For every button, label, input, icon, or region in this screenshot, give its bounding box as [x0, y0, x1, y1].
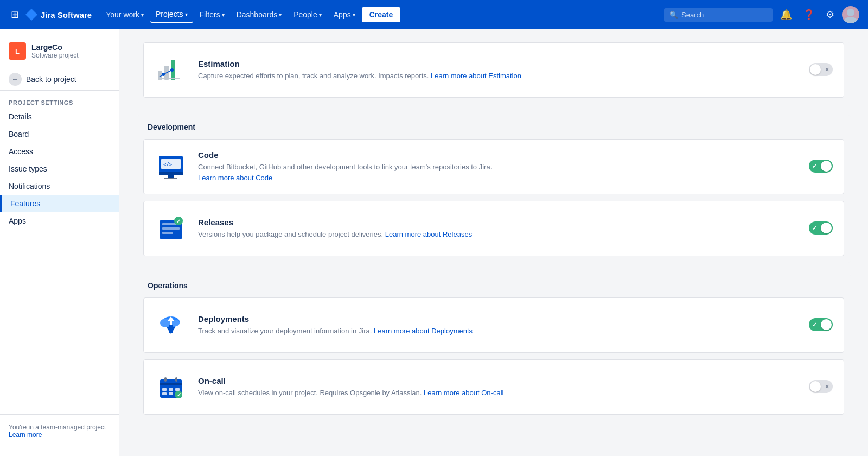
- back-icon: ←: [9, 73, 22, 86]
- svg-rect-19: [162, 232, 173, 234]
- svg-rect-31: [162, 388, 167, 391]
- oncall-toggle[interactable]: [809, 380, 833, 393]
- settings-icon[interactable]: ⚙: [822, 5, 838, 24]
- back-to-project[interactable]: ← Back to project: [0, 68, 119, 91]
- svg-rect-39: [175, 377, 177, 382]
- svg-rect-35: [169, 392, 173, 395]
- main-content: Estimation Capture expected efforts to p…: [119, 29, 868, 456]
- estimation-title: Estimation: [198, 59, 798, 68]
- code-toggle[interactable]: [809, 160, 833, 173]
- project-type: Software project: [31, 52, 79, 59]
- nav-dashboards[interactable]: Dashboards ▾: [231, 7, 288, 22]
- svg-rect-11: [159, 172, 183, 175]
- svg-point-0: [847, 9, 854, 16]
- toggle-knob: [810, 381, 821, 392]
- topnav-nav: Your work ▾ Projects ▾ Filters ▾ Dashboa…: [100, 7, 660, 23]
- svg-rect-38: [164, 377, 167, 382]
- search-icon: 🔍: [669, 11, 678, 19]
- toggle-knob: [821, 223, 832, 233]
- chevron-down-icon: ▾: [319, 12, 322, 18]
- search-box[interactable]: 🔍 Search: [664, 8, 773, 22]
- code-toggle-wrap: [809, 160, 833, 174]
- chevron-down-icon: ▾: [279, 12, 282, 18]
- feature-card-code: </> Code Connect Bitbucket, GitHub and o…: [143, 139, 844, 194]
- code-icon: </>: [155, 150, 187, 183]
- releases-icon: ✓: [155, 212, 187, 245]
- code-text: Code Connect Bitbucket, GitHub and other…: [198, 150, 798, 183]
- app-layout: L LargeCo Software project ← Back to pro…: [0, 29, 868, 456]
- estimation-text: Estimation Capture expected efforts to p…: [198, 59, 798, 81]
- sidebar-item-board[interactable]: Board: [0, 125, 119, 143]
- estimation-icon: [155, 54, 187, 86]
- nav-people[interactable]: People ▾: [288, 7, 327, 22]
- sidebar-section-title: Project settings: [0, 95, 119, 108]
- chevron-down-icon: ▾: [141, 12, 144, 18]
- sidebar-item-issue-types[interactable]: Issue types: [0, 160, 119, 178]
- jira-logo[interactable]: Jira Software: [25, 9, 92, 21]
- toggle-knob: [821, 161, 832, 172]
- svg-rect-32: [169, 388, 173, 391]
- oncall-toggle-wrap: [809, 380, 833, 395]
- nav-your-work[interactable]: Your work ▾: [100, 7, 149, 22]
- nav-projects[interactable]: Projects ▾: [150, 7, 193, 23]
- help-icon[interactable]: ❓: [800, 5, 818, 24]
- oncall-learn-more[interactable]: Learn more about On-call: [424, 389, 503, 397]
- svg-rect-18: [162, 227, 180, 230]
- development-header: Development: [137, 115, 851, 139]
- svg-text:✓: ✓: [177, 392, 181, 398]
- releases-learn-more[interactable]: Learn more about Releases: [385, 230, 472, 238]
- code-desc: Connect Bitbucket, GitHub and other deve…: [198, 162, 798, 183]
- nav-filters[interactable]: Filters ▾: [194, 7, 230, 22]
- create-button[interactable]: Create: [362, 7, 401, 22]
- topnav-right: 🔍 Search 🔔 ❓ ⚙: [664, 5, 859, 24]
- sidebar: L LargeCo Software project ← Back to pro…: [0, 29, 119, 456]
- code-title: Code: [198, 150, 798, 160]
- oncall-text: On-call View on-call schedules in your p…: [198, 376, 798, 398]
- feature-card-estimation: Estimation Capture expected efforts to p…: [143, 42, 844, 98]
- nav-apps[interactable]: Apps ▾: [328, 7, 361, 22]
- feature-card-releases: ✓ Releases Versions help you package and…: [143, 201, 844, 256]
- top-navigation: ⊞ Jira Software Your work ▾ Projects ▾ F…: [0, 0, 868, 29]
- grid-icon[interactable]: ⊞: [9, 7, 21, 23]
- svg-rect-26: [169, 325, 173, 333]
- project-icon: L: [9, 42, 26, 60]
- deployments-toggle[interactable]: [809, 318, 833, 331]
- releases-toggle[interactable]: [809, 221, 833, 235]
- svg-rect-34: [162, 392, 167, 395]
- oncall-icon: ✓: [155, 371, 187, 403]
- user-avatar[interactable]: [842, 6, 859, 23]
- sidebar-item-apps[interactable]: Apps: [0, 212, 119, 230]
- svg-text:</>: </>: [163, 162, 173, 167]
- oncall-desc: View on-call schedules in your project. …: [198, 388, 798, 398]
- estimation-learn-more[interactable]: Learn more about Estimation: [431, 72, 521, 80]
- sidebar-footer: You're in a team-managed project Learn m…: [0, 414, 119, 447]
- svg-rect-13: [164, 178, 177, 179]
- sidebar-project: L LargeCo Software project: [0, 38, 119, 68]
- feature-card-oncall: ✓ On-call View on-call schedules in your…: [143, 359, 844, 415]
- toggle-knob: [810, 64, 821, 75]
- toggle-knob: [821, 319, 832, 330]
- deployments-toggle-wrap: [809, 318, 833, 333]
- code-learn-more[interactable]: Learn more about Code: [198, 174, 272, 182]
- estimation-toggle[interactable]: [809, 63, 833, 76]
- estimation-desc: Capture expected efforts to plan, track …: [198, 71, 798, 81]
- deployments-text: Deployments Track and visualize your dep…: [198, 314, 798, 337]
- section-development: Development </> Code Connect Bitb: [137, 115, 851, 263]
- releases-desc: Versions help you package and schedule p…: [198, 229, 798, 240]
- deployments-learn-more[interactable]: Learn more about Deployments: [374, 327, 473, 335]
- sidebar-item-details[interactable]: Details: [0, 108, 119, 125]
- logo-text: Jira Software: [41, 10, 92, 20]
- notifications-icon[interactable]: 🔔: [777, 5, 795, 24]
- learn-more-link[interactable]: Learn more: [9, 431, 42, 439]
- section-estimation: Estimation Capture expected efforts to p…: [137, 42, 851, 104]
- sidebar-item-notifications[interactable]: Notifications: [0, 178, 119, 195]
- sidebar-item-features[interactable]: Features: [0, 195, 119, 212]
- sidebar-item-access[interactable]: Access: [0, 143, 119, 160]
- chevron-down-icon: ▾: [185, 11, 188, 17]
- chevron-down-icon: ▾: [222, 12, 225, 18]
- releases-title: Releases: [198, 218, 798, 227]
- deployments-desc: Track and visualize your deployment info…: [198, 326, 798, 337]
- releases-toggle-wrap: [809, 221, 833, 236]
- svg-rect-33: [175, 388, 180, 391]
- logo-diamond: [25, 9, 37, 21]
